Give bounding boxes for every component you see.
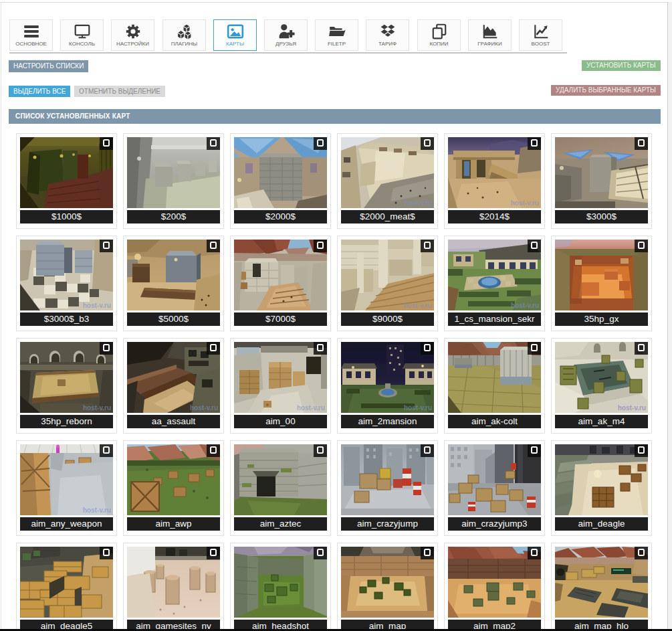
svg-text:host-v.ru: host-v.ru [83,507,111,514]
svg-text:host-v.ru: host-v.ru [404,302,432,309]
svg-text:host-v.ru: host-v.ru [511,302,539,309]
svg-text:host-v.ru: host-v.ru [511,199,539,207]
svg-text:host-v.ru: host-v.ru [297,404,325,412]
svg-text:host-v.ru: host-v.ru [404,199,432,207]
svg-text:host-v.ru: host-v.ru [83,302,111,309]
svg-text:host-v.ru: host-v.ru [618,404,646,412]
svg-text:host-v.ru: host-v.ru [404,404,432,412]
svg-text:host-v.ru: host-v.ru [190,404,218,412]
svg-text:host-v.ru: host-v.ru [83,404,111,412]
